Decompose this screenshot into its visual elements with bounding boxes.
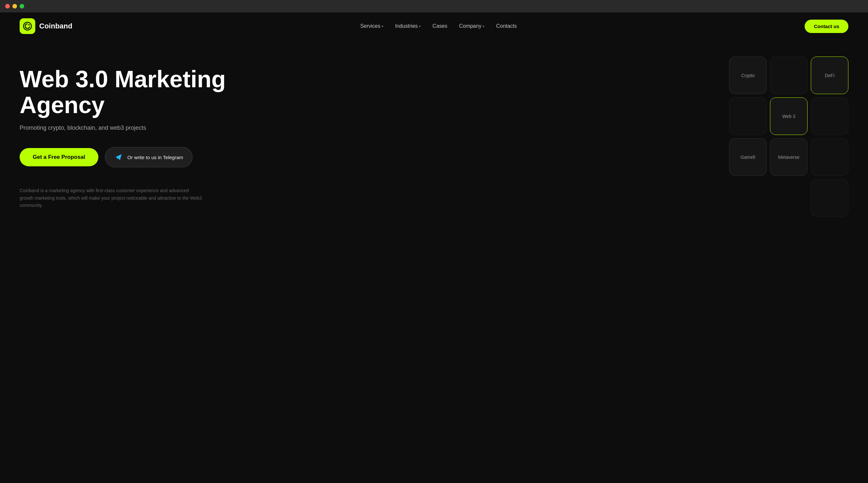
nav-item-contacts[interactable]: Contacts — [496, 23, 517, 29]
hero-right: Crypto DeFi Web 3 — [711, 50, 855, 223]
nav-link-company[interactable]: Company ▾ — [459, 23, 484, 29]
navbar: Coinband Services ▾ Industries ▾ Cases — [0, 12, 868, 40]
nav-item-company[interactable]: Company ▾ — [459, 23, 484, 29]
industry-card-empty-3 — [811, 97, 848, 135]
industry-card-metaverse[interactable]: Metaverse — [770, 138, 808, 176]
nav-item-cases[interactable]: Cases — [432, 23, 447, 29]
hero-section: Web 3.0 Marketing Agency Promoting crypt… — [0, 40, 868, 230]
industries-row-3: Gamefi Metaverse — [729, 138, 848, 176]
nav-item-services[interactable]: Services ▾ — [361, 23, 383, 29]
mac-titlebar — [0, 0, 868, 12]
mac-maximize-dot[interactable] — [20, 4, 24, 8]
industry-card-empty-5 — [811, 179, 848, 217]
industry-card-empty-2 — [729, 97, 767, 135]
nav-links: Services ▾ Industries ▾ Cases Company ▾ — [361, 23, 517, 29]
brand-logo — [20, 18, 35, 34]
browser-content: Coinband Services ▾ Industries ▾ Cases — [0, 12, 868, 483]
contact-button[interactable]: Contact us — [805, 20, 848, 33]
industries-row-2: Web 3 — [729, 97, 848, 135]
nav-link-contacts[interactable]: Contacts — [496, 23, 517, 29]
nav-item-industries[interactable]: Industries ▾ — [395, 23, 421, 29]
industry-card-empty-1 — [770, 57, 808, 94]
svg-point-0 — [24, 22, 31, 30]
proposal-button[interactable]: Get a Free Proposal — [20, 148, 98, 167]
nav-link-industries[interactable]: Industries ▾ — [395, 23, 421, 29]
hero-subtitle: Promoting crypto, blockchain, and web3 p… — [20, 124, 242, 131]
hero-actions: Get a Free Proposal Or write to us in Te… — [20, 147, 242, 167]
telegram-button[interactable]: Or write to us in Telegram — [105, 147, 193, 167]
industries-row-1: Crypto DeFi — [729, 57, 848, 94]
company-dropdown-arrow: ▾ — [483, 25, 484, 28]
telegram-icon — [114, 153, 124, 162]
mac-close-dot[interactable] — [5, 4, 10, 8]
brand-logo-link[interactable]: Coinband — [20, 18, 72, 34]
industry-card-crypto[interactable]: Crypto — [729, 57, 767, 94]
industries-row-4 — [811, 179, 848, 217]
mac-minimize-dot[interactable] — [12, 4, 17, 8]
industries-panel: Crypto DeFi Web 3 — [711, 50, 855, 223]
nav-link-services[interactable]: Services ▾ — [361, 23, 383, 29]
industry-card-gamefi[interactable]: Gamefi — [729, 138, 767, 176]
nav-link-cases[interactable]: Cases — [432, 23, 447, 29]
hero-title: Web 3.0 Marketing Agency — [20, 66, 242, 118]
industry-card-empty-4 — [811, 138, 848, 176]
services-dropdown-arrow: ▾ — [382, 25, 383, 28]
industry-card-web3[interactable]: Web 3 — [770, 97, 808, 135]
hero-left: Web 3.0 Marketing Agency Promoting crypt… — [20, 60, 242, 217]
industry-card-defi[interactable]: DeFi — [811, 57, 848, 94]
industries-dropdown-arrow: ▾ — [419, 25, 421, 28]
svg-point-1 — [28, 24, 30, 26]
brand-name: Coinband — [39, 22, 72, 30]
hero-description: Coinband is a marketing agency with firs… — [20, 187, 203, 209]
